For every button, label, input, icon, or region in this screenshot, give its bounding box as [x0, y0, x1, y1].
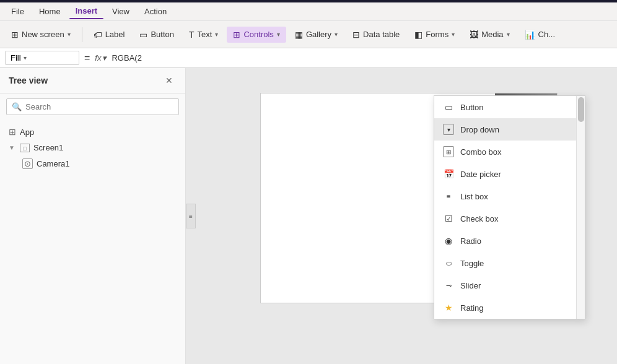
dropdown-item-combobox[interactable]: ⊞ Combo box [434, 141, 585, 163]
search-icon: 🔍 [12, 102, 22, 111]
fx-label: fx ▾ [95, 53, 107, 63]
dropdown-item-slider[interactable]: ⊸ Slider [434, 274, 585, 297]
toggle-item-icon: ⬭ [443, 258, 454, 269]
data-table-button[interactable]: ⊟ Data table [346, 27, 406, 43]
formula-input[interactable] [112, 53, 612, 63]
forms-icon: ◧ [414, 30, 422, 40]
screen1-expand-icon: ▼ [9, 144, 15, 151]
fill-chevron: ▾ [24, 54, 27, 61]
sidebar-tree: ⊞ App ▼ □ Screen1 ⊙ Camera1 [0, 120, 185, 364]
dropdown-item-combobox-label: Combo box [460, 147, 501, 157]
rating-item-icon: ★ [443, 302, 454, 313]
controls-chevron: ▾ [277, 31, 280, 38]
dropdown-item-checkbox-label: Check box [460, 214, 498, 223]
formula-bar: Fill ▾ = fx ▾ [0, 48, 617, 68]
dropdown-item-datepicker[interactable]: 📅 Date picker [434, 163, 585, 185]
text-icon: T [189, 30, 195, 40]
controls-button[interactable]: ⊞ Controls ▾ [227, 27, 286, 43]
separator-1 [82, 27, 82, 42]
forms-button[interactable]: ◧ Forms ▾ [408, 27, 461, 43]
new-screen-icon: ⊞ [11, 30, 19, 40]
equals-sign: = [84, 53, 90, 64]
screen-icon: □ [20, 144, 30, 152]
dropdown-item-dropdown-label: Drop down [460, 125, 499, 134]
checkbox-item-icon: ☑ [443, 213, 454, 224]
gallery-icon: ▦ [295, 30, 303, 40]
media-button[interactable]: 🖼 Media ▾ [463, 27, 515, 43]
camera-icon: ⊙ [22, 158, 33, 169]
controls-dropdown: ▭ Button ▾ Drop down ⊞ Combo box 📅 Date … [434, 95, 585, 319]
dropdown-item-button[interactable]: ▭ Button [434, 96, 585, 118]
dropdown-item-listbox[interactable]: ≡ List box [434, 185, 585, 207]
label-icon: 🏷 [94, 30, 102, 40]
combobox-item-icon: ⊞ [443, 146, 454, 157]
dropdown-item-toggle[interactable]: ⬭ Toggle [434, 252, 585, 274]
label-button[interactable]: 🏷 Label [87, 27, 131, 43]
slider-item-icon: ⊸ [443, 280, 454, 291]
text-chevron: ▾ [215, 31, 218, 38]
media-icon: 🖼 [470, 30, 478, 40]
gallery-chevron: ▾ [335, 31, 338, 38]
button-icon: ▭ [139, 30, 147, 40]
sidebar-title: Tree view [9, 76, 48, 85]
sidebar-close-button[interactable]: ✕ [162, 74, 177, 87]
dropdown-item-slider-label: Slider [460, 281, 481, 290]
dropdown-item-radio[interactable]: ◉ Radio [434, 230, 585, 252]
sidebar-header: Tree view ✕ [0, 68, 185, 93]
dropdown-item-rating[interactable]: ★ Rating [434, 297, 585, 319]
media-chevron: ▾ [507, 31, 510, 38]
radio-item-icon: ◉ [443, 235, 454, 246]
menu-home[interactable]: Home [33, 4, 67, 19]
dropdown-item-icon: ▾ [443, 124, 454, 135]
data-table-icon: ⊟ [352, 30, 360, 40]
text-button[interactable]: T Text ▾ [183, 27, 224, 43]
new-screen-chevron: ▾ [68, 31, 71, 38]
dropdown-item-button-label: Button [460, 103, 484, 112]
main-layout: Tree view ✕ 🔍 ⊞ App ▼ □ Screen1 ⊙ Camera… [0, 68, 617, 364]
tree-item-camera1-label: Camera1 [37, 159, 69, 168]
dropdown-scrollbar[interactable] [576, 96, 585, 319]
charts-button[interactable]: 📊 Ch... [519, 27, 561, 43]
tree-item-camera1[interactable]: ⊙ Camera1 [0, 155, 185, 172]
listbox-item-icon: ≡ [443, 191, 454, 202]
dropdown-scroll-thumb [578, 97, 584, 122]
toolbar: ⊞ New screen ▾ 🏷 Label ▭ Button T Text ▾… [0, 21, 617, 48]
menu-bar: File Home Insert View Action [0, 2, 617, 21]
dropdown-item-rating-label: Rating [460, 303, 484, 313]
sidebar-search-container: 🔍 [6, 98, 179, 115]
menu-action[interactable]: Action [138, 4, 173, 19]
dropdown-item-radio-label: Radio [460, 236, 481, 246]
charts-icon: 📊 [525, 30, 535, 40]
app-icon: ⊞ [9, 127, 16, 137]
tree-item-app[interactable]: ⊞ App [0, 124, 185, 140]
canvas-area[interactable]: ≡ ▭ Button ▾ Drop down ⊞ [186, 68, 617, 364]
fx-dropdown-arrow: ▾ [102, 53, 107, 63]
tree-item-app-label: App [20, 128, 34, 137]
button-item-icon: ▭ [443, 102, 454, 113]
dropdown-item-dropdown[interactable]: ▾ Drop down [434, 118, 585, 141]
fill-dropdown[interactable]: Fill ▾ [5, 51, 79, 65]
search-input[interactable] [25, 102, 173, 111]
gallery-button[interactable]: ▦ Gallery ▾ [289, 27, 344, 43]
new-screen-button[interactable]: ⊞ New screen ▾ [5, 27, 77, 43]
dropdown-item-checkbox[interactable]: ☑ Check box [434, 207, 585, 230]
menu-file[interactable]: File [5, 4, 30, 19]
menu-view[interactable]: View [106, 4, 136, 19]
controls-icon: ⊞ [233, 30, 240, 40]
dropdown-item-datepicker-label: Date picker [460, 170, 501, 179]
sidebar: Tree view ✕ 🔍 ⊞ App ▼ □ Screen1 ⊙ Camera… [0, 68, 186, 364]
left-collapse-button[interactable]: ≡ [186, 204, 196, 228]
button-button[interactable]: ▭ Button [133, 27, 180, 43]
dropdown-item-listbox-label: List box [460, 192, 488, 201]
dropdown-item-toggle-label: Toggle [460, 259, 484, 268]
datepicker-item-icon: 📅 [443, 168, 454, 180]
menu-insert[interactable]: Insert [69, 4, 103, 19]
forms-chevron: ▾ [452, 31, 455, 38]
tree-item-screen1-label: Screen1 [33, 143, 63, 152]
tree-item-screen1[interactable]: ▼ □ Screen1 [0, 140, 185, 155]
